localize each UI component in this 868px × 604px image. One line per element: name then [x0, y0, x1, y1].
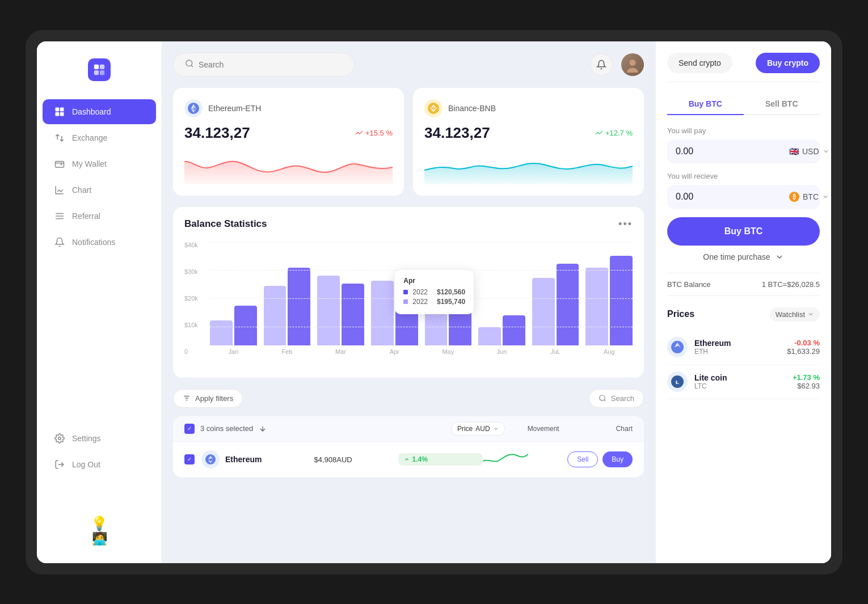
buy-crypto-button[interactable]: Buy crypto: [756, 53, 820, 73]
receive-input-row: ₿ BTC: [667, 185, 820, 209]
search-icon: [599, 394, 606, 402]
price-item-right: +1.73 % $62.93: [793, 373, 820, 390]
price-item-right: -0.03 % $1,633.29: [787, 339, 820, 356]
trend-icon: [355, 129, 363, 137]
sidebar-item-wallet[interactable]: My Wallet: [43, 151, 156, 176]
app-logo: [88, 58, 111, 81]
btc-balance-row: BTC Balance 1 BTC=$26,028.5: [667, 273, 820, 296]
tab-buy-btc[interactable]: Buy BTC: [667, 94, 744, 115]
bnb-price-row: 34.123,27 +12.7 %: [424, 124, 633, 142]
filter-icon: [183, 394, 191, 402]
sidebar-item-logout[interactable]: Log Out: [43, 452, 156, 477]
tab-sell-btc[interactable]: Sell BTC: [744, 94, 820, 115]
bell-icon: [596, 60, 606, 70]
sidebar-item-dashboard[interactable]: Dashboard: [43, 99, 156, 124]
sidebar-item-notifications[interactable]: Notifications: [43, 230, 156, 255]
receive-currency-selector[interactable]: ₿ BTC: [789, 192, 829, 202]
svg-rect-5: [60, 107, 64, 111]
chart-label: Chart: [616, 425, 633, 433]
bnb-name: Binance-BNB: [448, 104, 496, 113]
svg-rect-8: [56, 161, 64, 167]
device-frame: Dashboard Exchange My Wallet: [26, 30, 842, 575]
sidebar-item-chart[interactable]: Chart: [43, 178, 156, 202]
pay-section: You will pay 🇬🇧 USD: [667, 126, 820, 163]
price-item-left: Ethereum ETH: [667, 337, 731, 357]
send-crypto-button[interactable]: Send crypto: [667, 53, 732, 73]
coin-icon-eth: [201, 450, 220, 468]
svg-point-12: [629, 59, 635, 65]
coin-price: $4,908AUD: [314, 454, 399, 464]
svg-rect-0: [94, 64, 99, 69]
pay-input[interactable]: [676, 146, 789, 157]
currency-label: BTC: [803, 192, 819, 201]
eth-price-row: 34.123,27 +15.5 %: [184, 124, 393, 142]
svg-rect-6: [56, 112, 60, 116]
one-time-purchase[interactable]: One time purchase: [667, 252, 820, 261]
sidebar-item-label: Dashboard: [72, 107, 111, 116]
ltc-price-info: Lite coin LTC: [694, 373, 727, 390]
sort-down-icon: [259, 425, 267, 433]
chevron-down-icon: [775, 252, 784, 261]
price-item-left: Ł Lite coin LTC: [667, 371, 727, 392]
pay-label: You will pay: [667, 126, 820, 135]
coin-chart: [483, 450, 567, 469]
bnb-chart: [424, 150, 633, 184]
chart-tooltip: Apr 2022 $120,560 2022 $195,740: [395, 270, 474, 314]
bnb-change: +12.7 %: [595, 129, 633, 137]
ltc-price-icon: Ł: [667, 371, 688, 392]
settings-icon: [54, 433, 65, 444]
sidebar-item-settings[interactable]: Settings: [43, 426, 156, 451]
search-bar[interactable]: [173, 53, 355, 77]
chevron-down-icon: [493, 426, 499, 432]
avatar-image: [621, 53, 644, 76]
sidebar: Dashboard Exchange My Wallet: [37, 41, 162, 563]
svg-text:Ł: Ł: [676, 378, 679, 385]
eth-change: +15.5 %: [355, 129, 393, 137]
sidebar-item-label: Chart: [72, 185, 91, 195]
header-actions: [590, 53, 644, 76]
avatar[interactable]: [621, 53, 644, 76]
more-button[interactable]: •••: [618, 218, 633, 230]
price-item-ltc: Ł Lite coin LTC +1.73 % $62.93: [667, 365, 820, 399]
filter-search[interactable]: Search: [589, 389, 644, 408]
y-axis: $40k $30k $20k $10k 0: [184, 242, 204, 366]
price-dropdown[interactable]: Price AUD: [451, 422, 505, 436]
select-all-checkbox[interactable]: ✓: [184, 424, 195, 434]
logout-icon: [54, 459, 65, 470]
bnb-icon: [424, 99, 443, 117]
sidebar-nav: Dashboard Exchange My Wallet: [37, 98, 162, 425]
trend-up-icon: [595, 129, 603, 137]
chart-icon: [54, 184, 65, 196]
svg-point-11: [186, 60, 192, 66]
eth-price: 34.123,27: [184, 124, 250, 142]
balance-stats-header: Balance Statistics •••: [184, 218, 633, 230]
buy-button[interactable]: Buy: [602, 451, 633, 467]
svg-point-13: [627, 67, 638, 72]
logo-icon: [93, 64, 106, 76]
apply-filters-button[interactable]: Apply filters: [173, 389, 243, 408]
buy-sell-tabs: Buy BTC Sell BTC: [667, 94, 820, 115]
referral-icon: [54, 210, 65, 222]
pay-currency-selector[interactable]: 🇬🇧 USD: [789, 147, 829, 156]
search-input[interactable]: [199, 60, 343, 69]
bnb-card: Binance-BNB 34.123,27 +12.7 %: [413, 88, 644, 196]
chevron-down-icon: [823, 148, 829, 155]
currency-flag: 🇬🇧: [789, 147, 799, 156]
row-checkbox[interactable]: ✓: [184, 454, 195, 464]
sidebar-item-exchange[interactable]: Exchange: [43, 125, 156, 150]
receive-input[interactable]: [676, 192, 789, 202]
buy-btc-button[interactable]: Buy BTC: [667, 217, 820, 246]
sell-button[interactable]: Sell: [567, 451, 598, 467]
svg-point-21: [671, 341, 684, 353]
eth-price-icon: [667, 337, 688, 357]
btc-icon: ₿: [789, 192, 799, 202]
filters-row: Apply filters Search: [173, 389, 644, 408]
movement-label: Movement: [528, 425, 559, 433]
arrow-up-icon: [404, 457, 410, 462]
main-content: Ethereum-ETH 34.123,27 +15.5 %: [162, 41, 655, 563]
notification-button[interactable]: [590, 53, 613, 76]
bnb-card-header: Binance-BNB: [424, 99, 633, 117]
sidebar-item-referral[interactable]: Referral: [43, 204, 156, 229]
sidebar-item-label: Referral: [72, 212, 100, 221]
watchlist-button[interactable]: Watchlist: [770, 307, 820, 322]
